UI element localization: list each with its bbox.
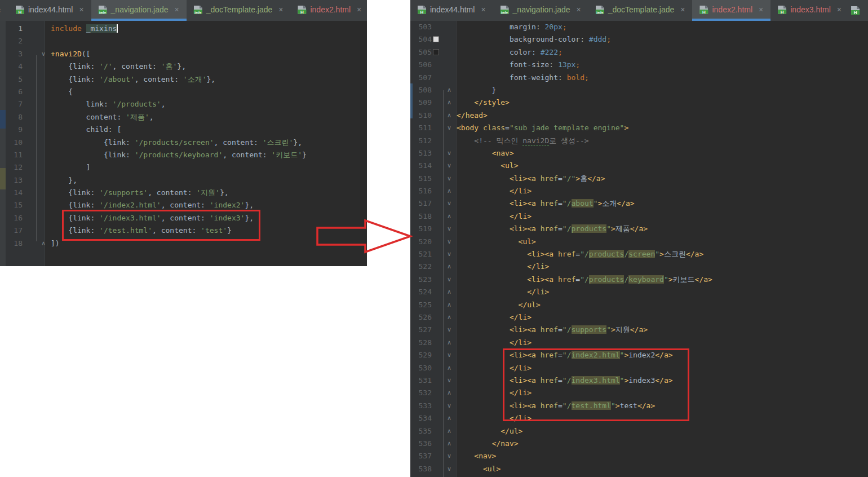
fold-close-icon[interactable]: ∧ (445, 438, 453, 450)
fold-open-icon[interactable]: ∨ (39, 48, 47, 60)
code-line-535[interactable]: 535∧ </ul> (410, 425, 868, 438)
gutter-cell (432, 135, 457, 147)
fold-open-icon[interactable]: ∨ (445, 197, 453, 210)
fold-close-icon[interactable]: ∧ (445, 387, 453, 399)
fold-open-icon[interactable]: ∨ (445, 324, 453, 336)
tab-index2.html[interactable]: Hindex2.html× (692, 0, 770, 21)
fold-close-icon[interactable]: ∧ (445, 84, 453, 96)
code-line-536[interactable]: 536∧ </nav> (410, 438, 868, 450)
fold-open-icon[interactable]: ∨ (445, 349, 453, 361)
fold-close-icon[interactable]: ∧ (445, 412, 453, 425)
code-line-519[interactable]: 519∨ <li><a href="/products">제품</a> (410, 223, 868, 235)
code-line-537[interactable]: 537∨ <nav> (410, 450, 868, 462)
fold-open-icon[interactable]: ∨ (445, 400, 453, 412)
fold-close-icon[interactable]: ∧ (445, 109, 453, 122)
fold-close-icon[interactable]: ∧ (445, 299, 453, 311)
code-line-514[interactable]: 514∨ <ul> (410, 160, 868, 172)
code-line-526[interactable]: 526∧ </li> (410, 311, 868, 324)
code-text: </head> (457, 109, 488, 122)
code-line-1[interactable]: 1include _mixins (0, 23, 367, 35)
code-line-11[interactable]: 11 {link: '/products/keyboard', content:… (0, 149, 367, 161)
tab-index44.html[interactable]: Hindex44.html× (410, 0, 493, 21)
code-line-8[interactable]: 8 content: '제품', (0, 111, 367, 123)
code-line-527[interactable]: 527∨ <li><a href="/supports">지원</a> (410, 324, 868, 336)
code-line-507[interactable]: 507 font-weight: bold; (410, 72, 868, 84)
fold-open-icon[interactable]: ∨ (445, 273, 453, 286)
fold-open-icon[interactable]: ∨ (445, 122, 453, 134)
code-line-528[interactable]: 528∧ </li> (410, 337, 868, 349)
code-line-2[interactable]: 2 (0, 35, 367, 47)
code-line-523[interactable]: 523∨ <li><a href="/products/keyboard">키보… (410, 273, 868, 286)
tab-index3.html[interactable]: Hindex3.html× (770, 0, 849, 21)
fold-open-icon[interactable]: ∨ (445, 173, 453, 185)
tab-_docTemplate.jade[interactable]: jade_docTemplate.jade× (187, 0, 291, 21)
fold-open-icon[interactable]: ∨ (445, 248, 453, 260)
fold-open-icon[interactable]: ∨ (445, 463, 453, 475)
close-icon[interactable]: × (278, 5, 283, 14)
code-line-505[interactable]: 505 color: #222; (410, 46, 868, 59)
fold-open-icon[interactable]: ∨ (445, 236, 453, 248)
tab-index2.html[interactable]: Hindex2.html× (290, 0, 367, 21)
code-line-515[interactable]: 515∨ <li><a href="/">홈</a> (410, 173, 868, 185)
code-line-525[interactable]: 525∧ </ul> (410, 299, 868, 311)
code-line-538[interactable]: 538∨ <ul> (410, 463, 868, 475)
code-line-3[interactable]: 3∨+navi2D([ (0, 48, 367, 60)
fold-close-icon[interactable]: ∧ (39, 237, 47, 250)
code-line-512[interactable]: 512 <!-- 믹스인 navi2D로 생성--> (410, 135, 868, 147)
close-icon[interactable]: × (357, 5, 361, 14)
close-icon[interactable]: × (759, 5, 763, 14)
code-line-518[interactable]: 518∧ </li> (410, 210, 868, 223)
code-line-6[interactable]: 6 { (0, 86, 367, 98)
close-icon[interactable]: × (680, 5, 685, 14)
code-line-513[interactable]: 513∨ <nav> (410, 147, 868, 160)
close-icon[interactable]: × (577, 5, 581, 14)
fold-close-icon[interactable]: ∧ (445, 362, 453, 374)
fold-open-icon[interactable]: ∨ (445, 223, 453, 235)
fold-close-icon[interactable]: ∧ (445, 210, 453, 223)
close-icon[interactable]: × (175, 5, 179, 14)
code-line-520[interactable]: 520∨ <ul> (410, 236, 868, 248)
code-line-511[interactable]: 511∨<body class="sub jade template engin… (410, 122, 868, 134)
tab-_docTemplate.jade[interactable]: jade_docTemplate.jade× (588, 0, 693, 21)
code-line-524[interactable]: 524∧ </li> (410, 286, 868, 298)
close-icon[interactable]: × (79, 5, 83, 14)
code-line-506[interactable]: 506 font-size: 13px; (410, 59, 868, 71)
code-line-12[interactable]: 12 ] (0, 161, 367, 174)
tab-partial[interactable]: H (849, 0, 862, 21)
fold-open-icon[interactable]: ∨ (445, 450, 453, 462)
close-icon[interactable]: × (837, 5, 842, 14)
previous-tab-stub[interactable]: × (0, 0, 8, 21)
tab-index44.html[interactable]: Hindex44.html× (8, 0, 91, 21)
code-line-516[interactable]: 516∧ </li> (410, 185, 868, 197)
code-line-510[interactable]: 510∧</head> (410, 109, 868, 122)
code-line-517[interactable]: 517∨ <li><a href="/about">소개</a> (410, 197, 868, 210)
code-line-503[interactable]: 503 margin: 20px; (410, 21, 868, 33)
fold-close-icon[interactable]: ∧ (445, 185, 453, 197)
fold-close-icon[interactable]: ∧ (445, 96, 453, 109)
fold-close-icon[interactable]: ∧ (445, 337, 453, 349)
fold-open-icon[interactable]: ∨ (445, 374, 453, 387)
code-line-504[interactable]: 504 background-color: #ddd; (410, 33, 868, 46)
code-line-7[interactable]: 7 link: '/products', (0, 98, 367, 111)
code-line-14[interactable]: 14 {link: '/supports', content: '지원'}, (0, 187, 367, 199)
code-line-4[interactable]: 4 {link: '/', content: '홈'}, (0, 60, 367, 73)
fold-open-icon[interactable]: ∨ (445, 147, 453, 160)
token: href (558, 275, 575, 284)
code-line-521[interactable]: 521∨ <li><a href="/products/screen">스크린<… (410, 248, 868, 260)
code-line-10[interactable]: 10 {link: '/products/screen', content: '… (0, 136, 367, 149)
fold-close-icon[interactable]: ∧ (445, 260, 453, 273)
fold-close-icon[interactable]: ∧ (445, 311, 453, 324)
fold-close-icon[interactable]: ∧ (445, 286, 453, 298)
fold-close-icon[interactable]: ∧ (445, 425, 453, 438)
tab-_navigation.jade[interactable]: jade_navigation.jade× (493, 0, 588, 21)
code-line-509[interactable]: 509∧ </style> (410, 96, 868, 109)
code-line-508[interactable]: 508∧ } (410, 84, 868, 96)
fold-open-icon[interactable]: ∨ (445, 160, 453, 172)
code-line-522[interactable]: 522∧ </li> (410, 260, 868, 273)
code-line-13[interactable]: 13 }, (0, 174, 367, 187)
code-line-9[interactable]: 9 child: [ (0, 123, 367, 136)
tab-_navigation.jade[interactable]: jade_navigation.jade× (91, 0, 187, 21)
token: , content: (113, 62, 161, 70)
close-icon[interactable]: × (481, 5, 485, 14)
code-line-5[interactable]: 5 {link: '/about', content: '소개'}, (0, 73, 367, 86)
